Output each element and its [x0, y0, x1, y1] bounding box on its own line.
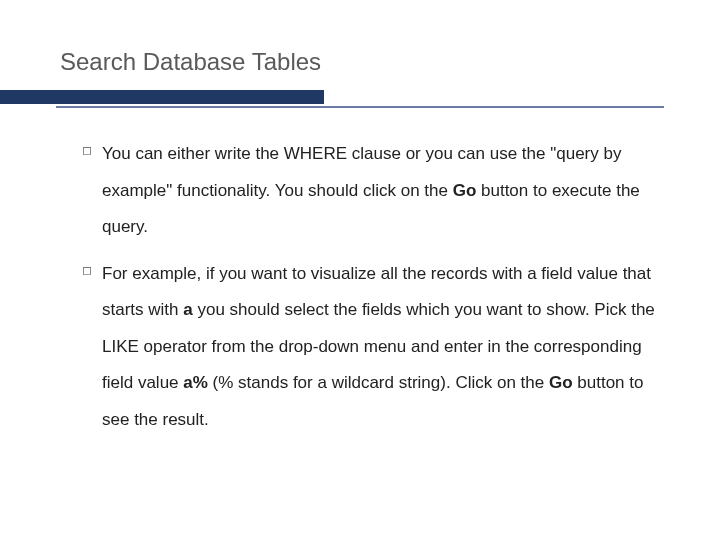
list-item-text: You can either write the WHERE clause or… — [102, 136, 664, 246]
bullet-icon: ◻ — [80, 136, 102, 164]
list-item-text: For example, if you want to visualize al… — [102, 256, 664, 439]
list-item: ◻ You can either write the WHERE clause … — [80, 136, 664, 246]
content-area: ◻ You can either write the WHERE clause … — [56, 136, 664, 438]
title-rule — [0, 90, 720, 108]
bullet-icon: ◻ — [80, 256, 102, 284]
slide-title: Search Database Tables — [60, 48, 664, 76]
list-item: ◻ For example, if you want to visualize … — [80, 256, 664, 439]
slide: Search Database Tables ◻ You can either … — [0, 0, 720, 488]
